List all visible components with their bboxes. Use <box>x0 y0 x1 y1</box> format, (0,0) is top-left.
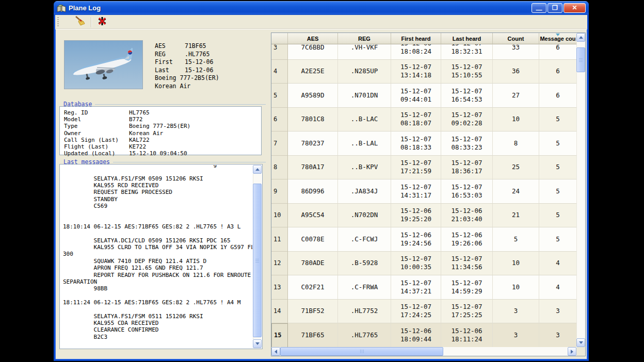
table-cell-message-count: 5 <box>539 227 576 252</box>
table-cell-count: 10 <box>493 108 539 132</box>
toolbar-gripper[interactable] <box>57 17 59 27</box>
scroll-up-button[interactable] <box>253 165 262 174</box>
table-row[interactable]: 986D996.JA834J15-12-0714:31:1715-12-0716… <box>271 179 576 204</box>
database-row: TypeBoeing 777-2B5(ER) <box>64 123 261 129</box>
table-cell-message-count: 4 <box>539 252 576 276</box>
table-cell-aes: A95C54 <box>288 204 338 228</box>
database-field-label: Model <box>64 116 129 123</box>
database-field-value: Korean Air <box>129 130 163 137</box>
database-field-value: B772 <box>129 116 143 123</box>
database-field-label: Reg. ID <box>64 109 129 116</box>
column-header-label: Count <box>508 36 524 42</box>
table-row[interactable]: 7780237..B-LAL15-12-0708:18:3315-12-0708… <box>271 131 576 156</box>
table-cell-aes: 780237 <box>288 131 338 156</box>
scrollbar-thumb[interactable] <box>576 47 585 72</box>
table-cell-datetime: 15-12-0717:25:25 <box>441 300 493 324</box>
scroll-down-button[interactable] <box>253 339 262 348</box>
close-button[interactable]: ✕ <box>564 3 586 13</box>
table-cell-datetime: 15-12-0621:03:40 <box>441 204 493 228</box>
table-row[interactable]: 1471BF52.HL775215-12-0717:24:2515-12-071… <box>271 300 576 324</box>
up-arrow-icon <box>255 168 260 171</box>
last-messages-box[interactable]: g SELATYA.FS1/FSM 0509 151206 RKSI KAL95… <box>59 164 263 349</box>
table-cell-reg: ..B-LAL <box>338 131 391 156</box>
scrollbar-track[interactable] <box>576 42 585 338</box>
column-header-label: AES <box>307 36 319 42</box>
column-header-last-heard[interactable]: Last heard <box>441 33 493 44</box>
message-line: SELATYA.DC1/CLD 0509 151206 RKSI PDC 165 <box>63 237 252 244</box>
table-cell-datetime: 15-12-0716:54:53 <box>441 84 493 108</box>
message-line: B2C3 <box>63 334 252 340</box>
message-line: SQUAWK 7410 DEP FREQ 121.4 ATIS D <box>63 258 252 265</box>
row-number-cell: 14 <box>271 300 288 324</box>
table-row[interactable]: 10A95C54.N702DN15-12-0619:25:2015-12-062… <box>271 204 576 228</box>
table-header-row: AESREGFirst heardLast heardCountMessage … <box>271 33 576 44</box>
message-line: STANDBY <box>63 196 252 203</box>
table-cell-message-count: 5 <box>539 108 576 132</box>
scrollbar-thumb[interactable] <box>280 347 443 356</box>
scroll-down-button[interactable] <box>576 338 585 347</box>
table-cell-datetime: 15-12-0716:53:03 <box>441 179 493 204</box>
scrollbar-thumb[interactable] <box>253 184 262 337</box>
delete-plane-button[interactable] <box>94 16 110 28</box>
table-cell-datetime: 15-12-0708:18:33 <box>391 131 441 156</box>
column-header-reg[interactable]: REG <box>338 33 391 44</box>
database-row: Call Sign (Last)KAL722 <box>64 137 261 143</box>
scroll-left-button[interactable] <box>271 347 280 356</box>
database-field-value: 15-12-10 09:04:50 <box>129 150 187 157</box>
table-row[interactable]: 11C0078E.C-FCWJ15-12-0619:24:5615-12-061… <box>271 227 576 252</box>
table-row[interactable]: 67801C8..B-LAC15-12-0708:18:0715-12-0709… <box>271 108 576 132</box>
row-number-cell: 6 <box>271 108 288 132</box>
database-field-value: HL7765 <box>129 109 150 116</box>
table-cell-count: 8 <box>493 131 539 156</box>
table-cell-datetime: 15-12-0714:59:29 <box>441 275 493 300</box>
database-row: OwnerKorean Air <box>64 130 261 137</box>
scrollbar-track[interactable] <box>280 347 568 356</box>
table-cell-aes: 86D996 <box>288 179 338 204</box>
database-row: ModelB772 <box>64 116 261 123</box>
summary-row: AES71BF65 <box>155 42 266 51</box>
table-cell-datetime: 15-12-0714:31:17 <box>391 179 441 204</box>
table-row[interactable]: 4A2E25E.N285UP15-12-0713:14:1815-12-0715… <box>271 60 576 84</box>
table-row[interactable]: 8780A17..B-KPV15-12-0717:21:5915-12-0718… <box>271 156 576 180</box>
row-number-header[interactable] <box>271 33 288 44</box>
screen: Plane Log — ❐ ✕ <box>0 0 644 362</box>
table-cell-aes: 780ADE <box>288 252 338 276</box>
database-field-value: KAL722 <box>129 137 150 143</box>
column-header-label: First heard <box>401 36 431 42</box>
column-header-count[interactable]: Count <box>493 33 539 44</box>
row-number-cell: 8 <box>271 156 288 180</box>
scroll-up-button[interactable] <box>576 33 585 42</box>
table-row[interactable]: 12780ADE.B-592815-12-0710:00:3515-12-071… <box>271 252 576 276</box>
table-cell-count: 3 <box>493 300 539 324</box>
messages-scrollbar <box>253 165 262 348</box>
minimize-button[interactable]: — <box>532 3 546 13</box>
table-row[interactable]: 5A9589D.N701DN15-12-0709:44:0115-12-0716… <box>271 84 576 108</box>
table-horizontal-scrollbar <box>271 347 576 356</box>
table-cell-count: 24 <box>493 179 539 204</box>
message-line: REPORT READY FOR PUSHBACK ON 121.6 FOR E… <box>63 272 252 278</box>
column-header-label: REG <box>358 36 371 42</box>
column-header-label: Message cou <box>540 36 575 42</box>
table-cell-count: 5 <box>493 227 539 252</box>
maximize-button[interactable]: ❐ <box>548 3 562 13</box>
table-cell-count: 25 <box>493 156 539 180</box>
table-cell-aes: A2E25E <box>288 60 338 84</box>
aircraft-photo <box>64 40 143 89</box>
table-cell-datetime: 15-12-0619:26:06 <box>441 227 493 252</box>
sort-descending-icon <box>556 34 560 36</box>
column-header-aes[interactable]: AES <box>288 33 338 44</box>
scroll-right-button[interactable] <box>568 347 576 356</box>
column-header-first-heard[interactable]: First heard <box>391 33 441 44</box>
table-cell-message-count: 5 <box>539 179 576 204</box>
title-bar[interactable]: Plane Log — ❐ ✕ <box>54 1 589 15</box>
clean-log-button[interactable] <box>72 16 88 28</box>
table-row[interactable]: 13C02F21.C-FRWA15-12-0714:37:2115-12-071… <box>271 275 576 300</box>
table-cell-aes: C0078E <box>288 227 338 252</box>
table-cell-datetime: 15-12-0711:34:56 <box>441 252 493 276</box>
database-field-label: Flight (Last) <box>64 143 129 150</box>
table-cell-aes: 780A17 <box>288 156 338 180</box>
table-row[interactable]: 1571BF65.HL776515-12-0618:09:4415-12-061… <box>271 323 576 347</box>
column-header-message-cou[interactable]: Message cou <box>539 33 576 44</box>
scrollbar-track[interactable] <box>253 174 262 339</box>
row-number-cell: 4 <box>271 60 288 84</box>
